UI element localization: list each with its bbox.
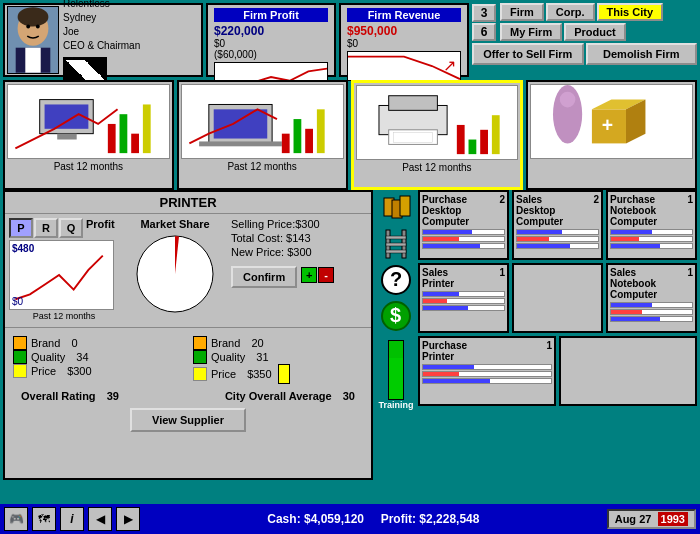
card-label-b: Sales (516, 194, 542, 205)
svg-rect-26 (468, 140, 476, 155)
city-price-val: $350 (247, 368, 271, 380)
bottom-date: Aug 27 1993 (607, 509, 696, 529)
city-brand-val: 20 (251, 337, 263, 349)
my-stats: Brand 0 Quality 34 Price $300 (13, 336, 183, 384)
tab-corp[interactable]: Corp. (546, 3, 595, 21)
card-purchase-desktop-1[interactable]: Purchase 2 DesktopComputer (418, 190, 509, 260)
card-label-f: Purchase (422, 340, 467, 351)
card-title-row: Purchase 2 (422, 194, 505, 205)
cards-row-3: Purchase 1 Printer (418, 336, 697, 406)
prq-q[interactable]: Q (59, 218, 83, 238)
help-icon[interactable]: ? (380, 264, 412, 296)
bottom-icon-2[interactable]: 🗺 (32, 507, 56, 531)
svg-rect-11 (120, 114, 128, 153)
card-product-e: NotebookComputer (610, 278, 693, 300)
prq-area: P R Q Profit $480 $0 Past 12 months (9, 218, 119, 321)
card-sales-printer[interactable]: Sales 1 Printer (418, 263, 509, 333)
tab-firm[interactable]: Firm (500, 3, 544, 21)
card-title-row-b: Sales 2 (516, 194, 599, 205)
card-purchase-notebook[interactable]: Purchase 1 NotebookComputer (606, 190, 697, 260)
tab-product[interactable]: Product (564, 23, 626, 41)
card-bars-e (610, 302, 693, 322)
overall-label: Overall Rating (21, 390, 96, 402)
tab-group: Firm Corp. This City My Firm Product (500, 3, 663, 41)
demolish-btn[interactable]: Demolish Firm (586, 43, 698, 65)
card-sales-notebook[interactable]: Sales 1 NotebookComputer (606, 263, 697, 333)
tab-thiscity[interactable]: This City (597, 3, 663, 21)
firm-profit-panel: Firm Profit $220,000 $0 ($60,000) Past 1… (206, 3, 336, 77)
svg-text:$: $ (390, 304, 401, 326)
training-label: Training (378, 400, 413, 410)
bottom-icon-back[interactable]: ◀ (88, 507, 112, 531)
my-quality-color (13, 350, 27, 364)
avatar (7, 6, 59, 74)
card-bars-b (516, 229, 599, 249)
graph-top-label: $480 (12, 243, 34, 254)
firm-info: Computer Store Relentless Sydney Joe CEO… (3, 3, 203, 77)
card-purchase-printer[interactable]: Purchase 1 Printer (418, 336, 556, 406)
svg-point-6 (36, 25, 40, 29)
offer-sell-btn[interactable]: Offer to Sell Firm (472, 43, 584, 65)
selling-price: $300 (295, 218, 319, 230)
product-panel-0[interactable]: 590 Past 12 months (3, 80, 174, 190)
my-price-label: Price (31, 365, 56, 377)
card-product-f: Printer (422, 351, 552, 362)
product-panel-2[interactable]: 4 Past 12 months (351, 80, 524, 190)
cards-row-2: Sales 1 Printer Sales 1 (418, 263, 697, 333)
profit-label: Profit (86, 218, 115, 238)
product-label-0: Past 12 months (7, 161, 170, 172)
svg-rect-20 (317, 109, 325, 153)
svg-rect-43 (386, 250, 406, 253)
tab-myfirm[interactable]: My Firm (500, 23, 562, 41)
product-panel-3[interactable]: + (526, 80, 697, 190)
ladder-icon[interactable] (380, 228, 412, 260)
city-brand-row: Brand 20 (193, 336, 363, 350)
top-bar: Computer Store Relentless Sydney Joe CEO… (0, 0, 700, 80)
prq-r[interactable]: R (34, 218, 58, 238)
overall-my: Overall Rating 39 (13, 388, 127, 404)
city-quality-row: Quality 31 (193, 350, 363, 364)
product-graph-1 (181, 84, 344, 159)
price-minus[interactable]: - (318, 267, 334, 283)
my-price-val: $300 (67, 365, 91, 377)
card-num-d: 1 (499, 267, 505, 278)
new-price-row: New Price: $300 (231, 246, 367, 258)
svg-rect-13 (143, 104, 151, 153)
card-num-a: 2 (499, 194, 505, 205)
city-quality-label: Quality (211, 351, 245, 363)
product-panel-1[interactable]: 370 Past 12 months (177, 80, 348, 190)
card-empty-1 (512, 263, 603, 333)
view-supplier-btn[interactable]: View Supplier (130, 408, 246, 432)
price-plus[interactable]: + (301, 267, 317, 283)
firm-revenue-graph: ↗ (347, 51, 461, 81)
firm-profit-sub1: $0 (214, 38, 328, 49)
side-section: ? $ Training (376, 190, 697, 480)
right-panel: 3 6 Firm Corp. This City My Firm Product… (472, 3, 697, 77)
svg-rect-12 (131, 134, 139, 153)
num-up[interactable]: 3 (472, 4, 496, 22)
svg-rect-18 (293, 119, 301, 153)
books-icon[interactable] (380, 192, 412, 224)
num-down[interactable]: 6 (472, 23, 496, 41)
city-price-color (193, 367, 207, 381)
svg-rect-4 (25, 48, 40, 73)
card-sales-desktop[interactable]: Sales 2 DesktopComputer (512, 190, 603, 260)
printer-title: PRINTER (5, 192, 371, 214)
city-brand-color (193, 336, 207, 350)
total-cost: $143 (286, 232, 310, 244)
bottom-cash-profit: Cash: $4,059,120 Profit: $2,228,548 (144, 512, 603, 526)
dollar-icon[interactable]: $ (380, 300, 412, 332)
firm-profit-sub2: ($60,000) (214, 49, 328, 60)
prq-p[interactable]: P (9, 218, 33, 238)
bottom-icon-1[interactable]: 🎮 (4, 507, 28, 531)
bottom-icon-info[interactable]: i (60, 507, 84, 531)
firm-revenue-amount: $950,000 (347, 24, 461, 38)
confirm-btn[interactable]: Confirm (231, 266, 297, 288)
bottom-icon-forward[interactable]: ▶ (116, 507, 140, 531)
my-quality-val: 34 (76, 351, 88, 363)
svg-rect-38 (400, 196, 410, 216)
new-price: $300 (287, 246, 311, 258)
product-graph-2 (356, 85, 519, 160)
printer-panel: PRINTER P R Q Profit $480 $0 Past 12 mon… (3, 190, 373, 480)
city-overall-label: City Overall Average (225, 390, 332, 402)
